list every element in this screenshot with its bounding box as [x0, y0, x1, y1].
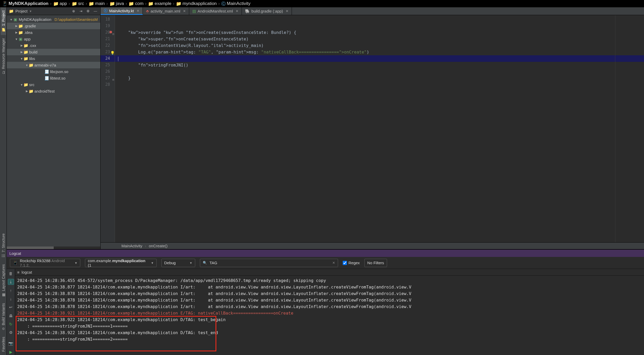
tree-row[interactable]: ▶📁.cxx: [7, 42, 100, 49]
search-icon: 🔍: [203, 261, 207, 265]
code-line[interactable]: [115, 81, 644, 88]
collapse-button[interactable]: ⇥: [78, 8, 84, 14]
clear-filter-icon[interactable]: ✕: [332, 261, 335, 265]
device-dropdown[interactable]: 📱 Rockchip Rk3288 Android 7.1.2, ▼: [10, 259, 80, 267]
print-icon[interactable]: 🖶: [8, 313, 14, 318]
logcat-output[interactable]: 2024-04-25 14:28:36.455 454-572/system_p…: [15, 276, 644, 355]
log-line[interactable]: : ===========stringFromJNI=======2======: [17, 336, 642, 342]
crumb-item[interactable]: ⒸMainActivity: [221, 1, 250, 7]
soft-wrap-icon[interactable]: ↩: [8, 304, 14, 310]
crumb-item[interactable]: 📁main: [89, 1, 105, 7]
code-line[interactable]: }: [115, 75, 644, 81]
clear-log-icon[interactable]: 🗑: [8, 270, 14, 276]
close-icon[interactable]: ✕: [236, 9, 238, 13]
log-line[interactable]: : ===========stringFromJNI=======1======: [17, 323, 642, 329]
left-tool-strip: 📁1: Project 🗂Resource Manager ☷7: Struct…: [0, 7, 7, 355]
device-icon: 📱: [13, 261, 18, 265]
tree-row[interactable]: ▶📁.idea: [7, 29, 100, 36]
editor-tab[interactable]: ▤AndroidManifest.xml✕: [189, 7, 242, 15]
restart-icon[interactable]: ↻: [8, 321, 14, 327]
left-tab-structure[interactable]: ☷7: Structure: [1, 230, 6, 261]
code-line[interactable]: Log.e("param-hint">tag: "TAG", "param-hi…: [115, 49, 644, 55]
log-line[interactable]: 2024-04-25 14:28:38.922 18214-18214/com.…: [17, 329, 642, 336]
hide-button[interactable]: —: [93, 8, 98, 14]
log-line[interactable]: 2024-04-25 14:28:36.455 454-572/system_p…: [17, 277, 642, 284]
editor-tab[interactable]: 🐘build.gradle (:app)✕: [242, 7, 292, 15]
code-line[interactable]: [115, 68, 644, 75]
logcat-side-toolbar: 🗑 ⤓ ↑ ↓ ↩ 🖶 ↻ ⚙ 📷 ▶: [7, 269, 15, 355]
scroll-end-icon[interactable]: ⤓: [8, 279, 14, 285]
left-tab-layout-captures[interactable]: ▦Layout Captures: [1, 261, 6, 300]
left-tab-build-variants[interactable]: ⛭Build Variants: [1, 300, 6, 334]
crumb-item[interactable]: 📁java: [109, 1, 124, 7]
code-line[interactable]: "kw">override "kw">fun "fn">onCreate(sav…: [115, 29, 644, 36]
left-tab-resource-manager[interactable]: 🗂Resource Manager: [1, 35, 6, 77]
close-icon[interactable]: ✕: [137, 9, 139, 13]
list-icon: ≡: [17, 270, 20, 274]
logcat-title: Logcat: [7, 250, 644, 257]
tree-row[interactable]: ▶📁androidTest: [7, 88, 100, 94]
process-dropdown[interactable]: com.example.myndkapplication (1 ▼: [85, 259, 157, 267]
log-line[interactable]: 2024-04-25 14:28:38.921 18214-18214/com.…: [17, 310, 642, 316]
log-line[interactable]: 2024-04-25 14:28:38.878 18214-18214/com.…: [17, 303, 642, 310]
record-icon[interactable]: ▶: [8, 349, 14, 355]
code-line[interactable]: [115, 16, 644, 23]
tree-row[interactable]: ▶📁.gradle: [7, 23, 100, 29]
project-title: Project: [15, 9, 28, 13]
log-line[interactable]: 2024-04-25 14:28:38.878 18214-18214/com.…: [17, 297, 642, 303]
close-icon[interactable]: ✕: [286, 9, 289, 13]
tree-row[interactable]: 🧾libcjson.so: [7, 68, 100, 75]
crumb-item[interactable]: 📁com: [128, 1, 143, 7]
editor-area: ⓚMainActivity.kt✕⬘activity_main.xml✕▤And…: [101, 7, 644, 249]
logcat-tab[interactable]: ≡ logcat: [15, 269, 644, 276]
tree-row[interactable]: ▼▣app: [7, 36, 100, 42]
log-line[interactable]: 2024-04-25 14:28:38.877 18214-18214/com.…: [17, 284, 642, 290]
logcat-panel: Logcat 📱 Rockchip Rk3288 Android 7.1.2, …: [7, 249, 644, 355]
logcat-filter-input[interactable]: 🔍 ✕: [200, 259, 338, 267]
tree-row[interactable]: ▶📁build: [7, 49, 100, 55]
locate-button[interactable]: ⊕: [71, 8, 76, 14]
left-tab-project[interactable]: 📁1: Project: [1, 7, 6, 35]
editor-gutter[interactable]: 181920⊟212223💡24252627⊟28: [101, 15, 115, 242]
code-line[interactable]: [115, 55, 644, 62]
crumb-method[interactable]: onCreate(): [149, 244, 168, 248]
code-line[interactable]: "kw">super."fn">onCreate(savedInstanceSt…: [115, 36, 644, 42]
filter-textbox[interactable]: [210, 261, 330, 265]
log-line[interactable]: 2024-04-25 14:28:38.922 18214-18214/com.…: [17, 316, 642, 323]
code-line[interactable]: [115, 23, 644, 29]
project-panel: 📁 Project ▼ ⊕ ⇥ ⚙ — ▼▣MyNDKApplicationD:…: [7, 7, 101, 249]
editor-tab[interactable]: ⬘activity_main.xml✕: [143, 7, 189, 15]
editor-crumb: MainActivity › onCreate(): [101, 242, 644, 249]
scrollbar-h[interactable]: [7, 246, 100, 249]
screenshot-icon[interactable]: 📷: [8, 341, 14, 346]
crumb-root[interactable]: 📱MyNDKApplication: [2, 1, 48, 7]
breakpoint-icon[interactable]: [109, 31, 112, 33]
tree-row[interactable]: ▼📁src: [7, 81, 100, 88]
crumb-class[interactable]: MainActivity: [121, 244, 142, 248]
level-dropdown[interactable]: Debug▼: [161, 259, 195, 267]
tree-row[interactable]: ▼📁armeabi-v7a: [7, 62, 100, 68]
editor-code[interactable]: "kw">override "kw">fun "fn">onCreate(sav…: [115, 15, 644, 242]
code-line[interactable]: "fn">stringFromJNI(): [115, 62, 644, 68]
settings-icon[interactable]: ⚙: [8, 330, 14, 335]
project-tree[interactable]: ▼▣MyNDKApplicationD:\appliation\Seamless…: [7, 15, 100, 246]
regex-checkbox[interactable]: Regex: [343, 261, 360, 265]
crumb-item[interactable]: 📁myndkapplication: [176, 1, 217, 7]
crumb-item[interactable]: 📁app: [53, 1, 67, 7]
code-line[interactable]: "fn">setContentView(R.layout."ital">acti…: [115, 42, 644, 49]
settings-icon[interactable]: ⚙: [85, 8, 91, 14]
log-line[interactable]: 2024-04-25 14:28:38.878 18214-18214/com.…: [17, 290, 642, 297]
up-icon[interactable]: ↑: [8, 287, 14, 293]
left-tab-favorites[interactable]: Favorites: [1, 334, 6, 355]
crumb-item[interactable]: 📁src: [72, 1, 84, 7]
nav-breadcrumb: 📱MyNDKApplication › 📁app › 📁src › 📁main …: [0, 0, 644, 7]
editor-tab[interactable]: ⓚMainActivity.kt✕: [101, 7, 143, 15]
crumb-item[interactable]: 📁example: [148, 1, 171, 7]
tree-row[interactable]: ▼▣MyNDKApplicationD:\appliation\Seamless…: [7, 16, 100, 23]
tree-row[interactable]: ▼📁libs: [7, 55, 100, 62]
close-icon[interactable]: ✕: [183, 9, 186, 13]
tree-row[interactable]: 🧾libtest.so: [7, 75, 100, 81]
filter-config-dropdown[interactable]: No Filters: [364, 259, 387, 267]
down-icon[interactable]: ↓: [8, 296, 14, 302]
project-icon: 📁: [9, 9, 14, 14]
